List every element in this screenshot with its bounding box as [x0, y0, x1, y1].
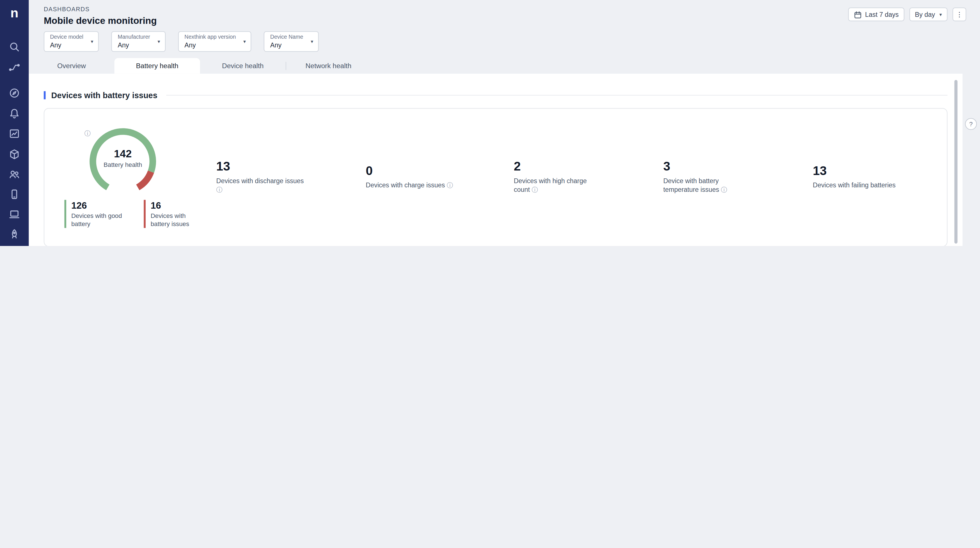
- top-bar: DASHBOARDS Mobile device monitoring Last…: [29, 0, 980, 25]
- chevron-down-icon: ▾: [939, 11, 942, 17]
- stat-value: 13: [216, 159, 305, 173]
- filter-value: Any: [50, 41, 83, 49]
- info-icon[interactable]: ⓘ: [531, 186, 538, 193]
- granularity-select[interactable]: By day ▾: [909, 8, 947, 21]
- legend-item: 16Devices with battery issues: [144, 200, 205, 228]
- mobile-icon[interactable]: [8, 188, 21, 200]
- filter-bar: Device modelAny▾ManufacturerAny▾Nexthink…: [29, 25, 980, 52]
- battery-stats-card: ⓘ 142 Battery health 126Devices with goo…: [44, 108, 947, 246]
- content: Devices with battery issues ⓘ 142 Batter…: [29, 74, 963, 246]
- gauge-value: 142: [87, 148, 159, 160]
- battery-section-head: Devices with battery issues: [44, 91, 947, 100]
- tab-overview[interactable]: Overview: [29, 58, 114, 74]
- stat-block: 0Devices with charge issues ⓘ: [366, 164, 453, 190]
- stat-block: 13Devices with discharge issues ⓘ: [216, 159, 305, 194]
- chevron-down-icon: ▾: [311, 39, 313, 44]
- filter-nexthink-app-version[interactable]: Nexthink app versionAny▾: [178, 31, 251, 52]
- filter-manufacturer[interactable]: ManufacturerAny▾: [111, 31, 165, 52]
- section-divider: [166, 95, 947, 95]
- battery-stats: 13Devices with discharge issues ⓘ0Device…: [216, 159, 934, 194]
- users-icon[interactable]: [8, 168, 21, 181]
- stat-label: Devices with failing batteries: [813, 181, 896, 190]
- stat-value: 0: [366, 164, 453, 178]
- tab-battery-health[interactable]: Battery health: [115, 58, 200, 74]
- stat-value: 2: [514, 159, 603, 173]
- stat-label: Device with battery temperature issues ⓘ: [663, 176, 752, 194]
- page-kebab-button[interactable]: ⋮: [953, 8, 966, 21]
- filter-value: Any: [185, 41, 236, 49]
- calendar-icon: [854, 10, 862, 19]
- battery-gauge: ⓘ 142 Battery health 126Devices with goo…: [57, 125, 216, 228]
- filter-device-name[interactable]: Device NameAny▾: [264, 31, 319, 52]
- filter-label: Device model: [50, 34, 83, 40]
- filter-label: Device Name: [270, 34, 303, 40]
- main-area: DASHBOARDS Mobile device monitoring Last…: [29, 0, 980, 246]
- filter-value: Any: [118, 41, 150, 49]
- date-range-label: Last 7 days: [865, 11, 899, 18]
- search-icon[interactable]: [8, 41, 21, 53]
- chevron-down-icon: ▾: [243, 39, 246, 44]
- section-title: Devices with battery issues: [51, 91, 158, 100]
- compass-icon[interactable]: [8, 87, 21, 100]
- stat-block: 13Devices with failing batteries: [813, 164, 896, 190]
- stat-value: 13: [813, 164, 896, 178]
- granularity-value: By day: [915, 11, 935, 18]
- breadcrumb: DASHBOARDS: [44, 6, 157, 12]
- bell-icon[interactable]: [8, 107, 21, 120]
- info-icon[interactable]: ⓘ: [216, 186, 223, 193]
- devices-icon[interactable]: [8, 208, 21, 221]
- info-icon[interactable]: ⓘ: [721, 186, 727, 193]
- tab-network-health[interactable]: Network health: [286, 58, 371, 74]
- chevron-down-icon: ▾: [91, 39, 94, 44]
- filter-value: Any: [270, 41, 303, 49]
- filter-label: Manufacturer: [118, 34, 150, 40]
- filter-device-model[interactable]: Device modelAny▾: [44, 31, 99, 52]
- info-icon[interactable]: ⓘ: [447, 182, 453, 189]
- info-icon[interactable]: ⓘ: [84, 129, 91, 138]
- scrollbar-thumb[interactable]: [955, 80, 958, 243]
- help-circle-button[interactable]: ?: [965, 118, 977, 130]
- stat-block: 2Devices with high charge count ⓘ: [514, 159, 603, 194]
- stat-value: 3: [663, 159, 752, 173]
- app: n: [0, 0, 980, 246]
- package-icon[interactable]: [8, 148, 21, 161]
- nexthink-logo[interactable]: n: [0, 6, 29, 19]
- rocket-icon[interactable]: [8, 228, 21, 241]
- tab-device-health[interactable]: Device health: [200, 58, 286, 74]
- stat-label: Devices with discharge issues ⓘ: [216, 176, 305, 194]
- stat-block: 3Device with battery temperature issues …: [663, 159, 752, 194]
- page-title: Mobile device monitoring: [44, 15, 157, 25]
- sidebar: n: [0, 0, 29, 246]
- workflow-icon[interactable]: [8, 61, 21, 74]
- dashboard-board-icon[interactable]: [8, 127, 21, 140]
- gauge-legend: 126Devices with good battery16Devices wi…: [64, 200, 216, 228]
- date-range-button[interactable]: Last 7 days: [848, 8, 904, 21]
- stat-label: Devices with high charge count ⓘ: [514, 176, 603, 194]
- gauge-label: Battery health: [87, 161, 159, 168]
- tab-bar: OverviewBattery healthDevice healthNetwo…: [29, 58, 980, 74]
- chevron-down-icon: ▾: [158, 39, 160, 44]
- section-accent: [44, 91, 46, 99]
- legend-item: 126Devices with good battery: [64, 200, 126, 228]
- filter-label: Nexthink app version: [185, 34, 236, 40]
- stat-label: Devices with charge issues ⓘ: [366, 181, 453, 190]
